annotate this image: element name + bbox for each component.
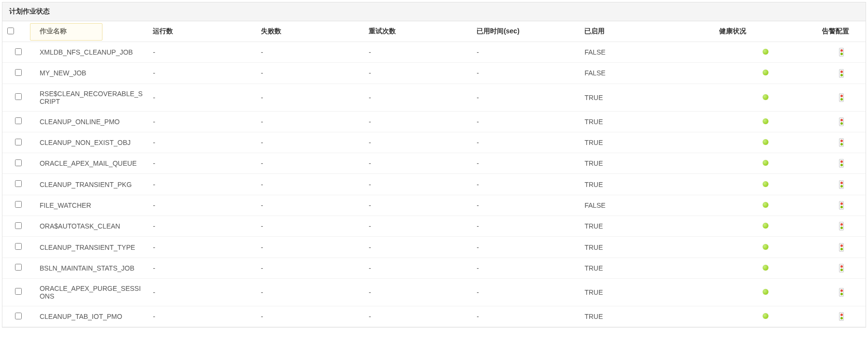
alarm-config-icon[interactable] [839,69,844,78]
cell-fail-count: - [256,306,364,327]
cell-health [714,153,817,174]
health-status-icon [763,70,768,75]
row-checkbox-cell [2,278,35,306]
cell-time: - [472,84,579,111]
cell-health [714,278,817,306]
cell-health [714,306,817,327]
cell-run-count: - [148,153,256,174]
health-status-icon [763,181,768,187]
row-checkbox[interactable] [15,159,22,166]
header-run[interactable]: 运行数 [148,21,256,42]
cell-job-name[interactable]: CLEANUP_TRANSIENT_TYPE [35,237,148,258]
table-row: FILE_WATCHER----FALSE [2,195,866,215]
alarm-config-icon[interactable] [839,222,844,230]
alarm-config-icon[interactable] [839,243,844,252]
cell-alarm [817,132,866,153]
row-checkbox[interactable] [15,180,22,187]
cell-job-name[interactable]: ORACLE_APEX_MAIL_QUEUE [35,153,148,174]
row-checkbox[interactable] [15,313,22,319]
header-time[interactable]: 已用时间(sec) [472,21,579,42]
cell-enabled: TRUE [579,132,714,153]
cell-job-name[interactable]: CLEANUP_NON_EXIST_OBJ [35,132,148,153]
alarm-config-icon[interactable] [839,117,844,126]
cell-job-name[interactable]: FILE_WATCHER [35,195,148,215]
cell-fail-count: - [256,237,364,258]
cell-enabled: TRUE [579,111,714,132]
cell-job-name[interactable]: BSLN_MAINTAIN_STATS_JOB [35,258,148,278]
row-checkbox[interactable] [15,117,22,124]
table-row: ORA$AUTOTASK_CLEAN----TRUE [2,216,866,237]
cell-retry-count: - [364,278,472,306]
header-fail[interactable]: 失败数 [256,21,364,42]
cell-health [714,216,817,237]
header-retry[interactable]: 重试次数 [364,21,472,42]
row-checkbox[interactable] [15,201,22,208]
alarm-config-icon[interactable] [839,264,844,273]
cell-job-name[interactable]: CLEANUP_ONLINE_PMO [35,111,148,132]
cell-enabled: TRUE [579,237,714,258]
cell-job-name[interactable]: ORA$AUTOTASK_CLEAN [35,216,148,237]
cell-health [714,132,817,153]
alarm-config-icon[interactable] [839,48,844,57]
row-checkbox-cell [2,111,35,132]
cell-job-name[interactable]: XMLDB_NFS_CLEANUP_JOB [35,42,148,63]
cell-run-count: - [148,237,256,258]
row-checkbox[interactable] [15,48,22,55]
alarm-config-icon[interactable] [839,93,844,102]
cell-retry-count: - [364,63,472,84]
cell-run-count: - [148,278,256,306]
health-status-icon [763,223,768,229]
cell-enabled: TRUE [579,153,714,174]
cell-fail-count: - [256,111,364,132]
cell-job-name[interactable]: ORACLE_APEX_PURGE_SESSIONS [35,278,148,306]
table-row: MY_NEW_JOB----FALSE [2,63,866,84]
alarm-config-icon[interactable] [839,138,844,147]
row-checkbox[interactable] [15,288,22,295]
cell-time: - [472,306,579,327]
cell-time: - [472,111,579,132]
alarm-config-icon[interactable] [839,180,844,189]
row-checkbox[interactable] [15,222,22,229]
job-status-table: 作业名称 运行数 失败数 重试次数 已用时间(sec) 已启用 健康状况 告警配… [2,21,866,327]
alarm-config-icon[interactable] [839,201,844,210]
row-checkbox-cell [2,216,35,237]
cell-fail-count: - [256,174,364,195]
cell-job-name[interactable]: MY_NEW_JOB [35,63,148,84]
row-checkbox[interactable] [15,69,22,76]
cell-enabled: FALSE [579,195,714,215]
cell-enabled: TRUE [579,258,714,278]
cell-time: - [472,258,579,278]
row-checkbox[interactable] [15,93,22,100]
cell-fail-count: - [256,42,364,63]
alarm-config-icon[interactable] [839,288,844,297]
cell-retry-count: - [364,84,472,111]
row-checkbox-cell [2,195,35,215]
header-name[interactable]: 作业名称 [35,21,148,42]
alarm-config-icon[interactable] [839,159,844,168]
cell-alarm [817,216,866,237]
table-row: CLEANUP_TRANSIENT_TYPE----TRUE [2,237,866,258]
row-checkbox[interactable] [15,264,22,271]
cell-health [714,258,817,278]
header-alarm[interactable]: 告警配置 [817,21,866,42]
cell-job-name[interactable]: CLEANUP_TAB_IOT_PMO [35,306,148,327]
row-checkbox[interactable] [15,243,22,250]
health-status-icon [763,313,768,319]
cell-enabled: TRUE [579,174,714,195]
cell-job-name[interactable]: RSE$CLEAN_RECOVERABLE_SCRIPT [35,84,148,111]
cell-run-count: - [148,84,256,111]
row-checkbox[interactable] [15,139,22,145]
cell-time: - [472,132,579,153]
cell-health [714,84,817,111]
alarm-config-icon[interactable] [839,312,844,321]
table-row: CLEANUP_ONLINE_PMO----TRUE [2,111,866,132]
select-all-checkbox[interactable] [7,28,14,34]
table-row: RSE$CLEAN_RECOVERABLE_SCRIPT----TRUE [2,84,866,111]
cell-run-count: - [148,216,256,237]
cell-retry-count: - [364,111,472,132]
cell-run-count: - [148,42,256,63]
cell-job-name[interactable]: CLEANUP_TRANSIENT_PKG [35,174,148,195]
row-checkbox-cell [2,42,35,63]
header-enabled[interactable]: 已启用 [579,21,714,42]
header-health[interactable]: 健康状况 [714,21,817,42]
